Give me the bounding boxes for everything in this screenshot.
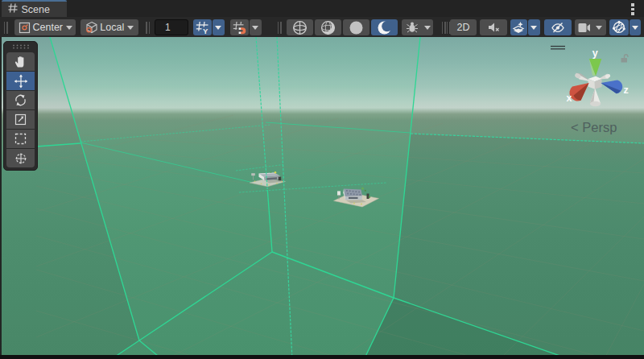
svg-text:x: x	[567, 93, 572, 104]
svg-text:Y: Y	[203, 26, 208, 35]
svg-text:z: z	[624, 85, 629, 96]
svg-text:< Persp: < Persp	[571, 120, 617, 134]
svg-text:y: y	[592, 47, 598, 59]
